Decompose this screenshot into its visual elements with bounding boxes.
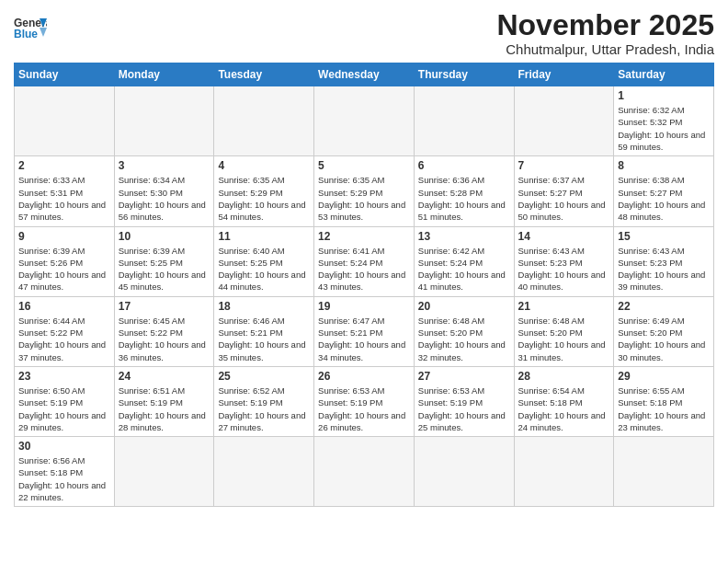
svg-text:Blue: Blue — [14, 28, 38, 40]
calendar-day-cell: 14 Sunrise: 6:43 AM Sunset: 5:23 PM Dayl… — [514, 226, 614, 296]
calendar-day-cell: 8 Sunrise: 6:38 AM Sunset: 5:27 PM Dayli… — [614, 156, 714, 226]
day-info: Sunrise: 6:38 AM Sunset: 5:27 PM Dayligh… — [618, 174, 710, 223]
empty-cell — [214, 437, 314, 507]
day-number: 12 — [318, 230, 410, 243]
calendar-day-cell: 18 Sunrise: 6:46 AM Sunset: 5:21 PM Dayl… — [214, 296, 314, 366]
empty-cell — [314, 437, 415, 507]
day-number: 24 — [119, 370, 210, 383]
day-info: Sunrise: 6:49 AM Sunset: 5:20 PM Dayligh… — [618, 315, 710, 363]
empty-cell — [514, 86, 614, 156]
day-number: 2 — [18, 159, 110, 172]
empty-cell — [414, 437, 514, 507]
calendar-day-cell: 15 Sunrise: 6:43 AM Sunset: 5:23 PM Dayl… — [614, 226, 714, 296]
day-number: 1 — [618, 89, 710, 102]
calendar-week-row: 23 Sunrise: 6:50 AM Sunset: 5:19 PM Dayl… — [15, 366, 714, 436]
header-friday: Friday — [514, 63, 614, 86]
calendar-day-cell: 9 Sunrise: 6:39 AM Sunset: 5:26 PM Dayli… — [15, 226, 115, 296]
calendar-week-row: 2 Sunrise: 6:33 AM Sunset: 5:31 PM Dayli… — [15, 156, 714, 226]
day-info: Sunrise: 6:52 AM Sunset: 5:19 PM Dayligh… — [218, 385, 310, 433]
calendar-day-cell: 26 Sunrise: 6:53 AM Sunset: 5:19 PM Dayl… — [314, 366, 415, 436]
day-number: 23 — [18, 370, 110, 383]
calendar-day-cell: 20 Sunrise: 6:48 AM Sunset: 5:20 PM Dayl… — [414, 296, 514, 366]
empty-cell — [414, 86, 514, 156]
calendar-table: Sunday Monday Tuesday Wednesday Thursday… — [14, 63, 714, 507]
day-info: Sunrise: 6:44 AM Sunset: 5:22 PM Dayligh… — [18, 315, 110, 363]
day-info: Sunrise: 6:51 AM Sunset: 5:19 PM Dayligh… — [119, 385, 210, 433]
calendar-day-cell: 30 Sunrise: 6:56 AM Sunset: 5:18 PM Dayl… — [15, 437, 115, 507]
day-info: Sunrise: 6:46 AM Sunset: 5:21 PM Dayligh… — [218, 315, 310, 363]
calendar-day-cell: 7 Sunrise: 6:37 AM Sunset: 5:27 PM Dayli… — [514, 156, 614, 226]
day-number: 7 — [518, 159, 610, 172]
day-info: Sunrise: 6:54 AM Sunset: 5:18 PM Dayligh… — [518, 385, 610, 433]
day-info: Sunrise: 6:37 AM Sunset: 5:27 PM Dayligh… — [518, 174, 610, 223]
calendar-day-cell: 1 Sunrise: 6:32 AM Sunset: 5:32 PM Dayli… — [614, 86, 714, 156]
calendar-day-cell: 23 Sunrise: 6:50 AM Sunset: 5:19 PM Dayl… — [15, 366, 115, 436]
empty-cell — [314, 86, 415, 156]
header-sunday: Sunday — [15, 63, 115, 86]
weekday-header-row: Sunday Monday Tuesday Wednesday Thursday… — [15, 63, 714, 86]
calendar-week-row: 9 Sunrise: 6:39 AM Sunset: 5:26 PM Dayli… — [15, 226, 714, 296]
day-number: 21 — [518, 300, 610, 313]
day-number: 19 — [318, 300, 410, 313]
day-number: 15 — [618, 230, 710, 243]
calendar-week-row: 30 Sunrise: 6:56 AM Sunset: 5:18 PM Dayl… — [15, 437, 714, 507]
calendar-day-cell: 17 Sunrise: 6:45 AM Sunset: 5:22 PM Dayl… — [114, 296, 214, 366]
day-number: 4 — [218, 159, 310, 172]
day-info: Sunrise: 6:53 AM Sunset: 5:19 PM Dayligh… — [318, 385, 410, 433]
day-number: 22 — [618, 300, 710, 313]
day-info: Sunrise: 6:47 AM Sunset: 5:21 PM Dayligh… — [318, 315, 410, 363]
header-thursday: Thursday — [414, 63, 514, 86]
calendar-day-cell: 2 Sunrise: 6:33 AM Sunset: 5:31 PM Dayli… — [15, 156, 115, 226]
day-number: 18 — [218, 300, 310, 313]
header-saturday: Saturday — [614, 63, 714, 86]
calendar-day-cell: 12 Sunrise: 6:41 AM Sunset: 5:24 PM Dayl… — [314, 226, 415, 296]
day-info: Sunrise: 6:41 AM Sunset: 5:24 PM Dayligh… — [318, 245, 410, 293]
calendar-day-cell: 3 Sunrise: 6:34 AM Sunset: 5:30 PM Dayli… — [114, 156, 214, 226]
calendar-day-cell: 11 Sunrise: 6:40 AM Sunset: 5:25 PM Dayl… — [214, 226, 314, 296]
calendar-day-cell: 22 Sunrise: 6:49 AM Sunset: 5:20 PM Dayl… — [614, 296, 714, 366]
day-number: 10 — [119, 230, 210, 243]
day-number: 29 — [618, 370, 710, 383]
day-info: Sunrise: 6:48 AM Sunset: 5:20 PM Dayligh… — [518, 315, 610, 363]
day-info: Sunrise: 6:34 AM Sunset: 5:30 PM Dayligh… — [119, 174, 210, 223]
calendar-day-cell: 13 Sunrise: 6:42 AM Sunset: 5:24 PM Dayl… — [414, 226, 514, 296]
location-title: Chhutmalpur, Uttar Pradesh, India — [496, 41, 714, 57]
day-info: Sunrise: 6:53 AM Sunset: 5:19 PM Dayligh… — [418, 385, 510, 433]
calendar-day-cell: 16 Sunrise: 6:44 AM Sunset: 5:22 PM Dayl… — [15, 296, 115, 366]
day-number: 3 — [119, 159, 210, 172]
calendar-week-row: 1 Sunrise: 6:32 AM Sunset: 5:32 PM Dayli… — [15, 86, 714, 156]
calendar-day-cell: 4 Sunrise: 6:35 AM Sunset: 5:29 PM Dayli… — [214, 156, 314, 226]
day-number: 30 — [18, 440, 110, 453]
svg-marker-3 — [40, 28, 47, 37]
day-number: 26 — [318, 370, 410, 383]
day-number: 25 — [218, 370, 310, 383]
day-number: 6 — [418, 159, 510, 172]
calendar-day-cell: 28 Sunrise: 6:54 AM Sunset: 5:18 PM Dayl… — [514, 366, 614, 436]
day-info: Sunrise: 6:56 AM Sunset: 5:18 PM Dayligh… — [18, 454, 110, 503]
title-area: November 2025 Chhutmalpur, Uttar Pradesh… — [496, 9, 714, 57]
header-monday: Monday — [114, 63, 214, 86]
header-wednesday: Wednesday — [314, 63, 415, 86]
day-number: 16 — [18, 300, 110, 313]
day-info: Sunrise: 6:39 AM Sunset: 5:26 PM Dayligh… — [18, 245, 110, 293]
day-info: Sunrise: 6:42 AM Sunset: 5:24 PM Dayligh… — [418, 245, 510, 293]
day-info: Sunrise: 6:36 AM Sunset: 5:28 PM Dayligh… — [418, 174, 510, 223]
day-number: 27 — [418, 370, 510, 383]
day-info: Sunrise: 6:50 AM Sunset: 5:19 PM Dayligh… — [18, 385, 110, 433]
calendar-week-row: 16 Sunrise: 6:44 AM Sunset: 5:22 PM Dayl… — [15, 296, 714, 366]
day-info: Sunrise: 6:32 AM Sunset: 5:32 PM Dayligh… — [618, 104, 710, 153]
empty-cell — [514, 437, 614, 507]
day-info: Sunrise: 6:48 AM Sunset: 5:20 PM Dayligh… — [418, 315, 510, 363]
day-number: 5 — [318, 159, 410, 172]
empty-cell — [15, 86, 115, 156]
day-number: 9 — [18, 230, 110, 243]
day-info: Sunrise: 6:43 AM Sunset: 5:23 PM Dayligh… — [618, 245, 710, 293]
day-number: 17 — [119, 300, 210, 313]
month-title: November 2025 — [496, 9, 714, 41]
empty-cell — [114, 437, 214, 507]
day-number: 28 — [518, 370, 610, 383]
day-number: 14 — [518, 230, 610, 243]
day-number: 20 — [418, 300, 510, 313]
empty-cell — [114, 86, 214, 156]
day-info: Sunrise: 6:55 AM Sunset: 5:18 PM Dayligh… — [618, 385, 710, 433]
